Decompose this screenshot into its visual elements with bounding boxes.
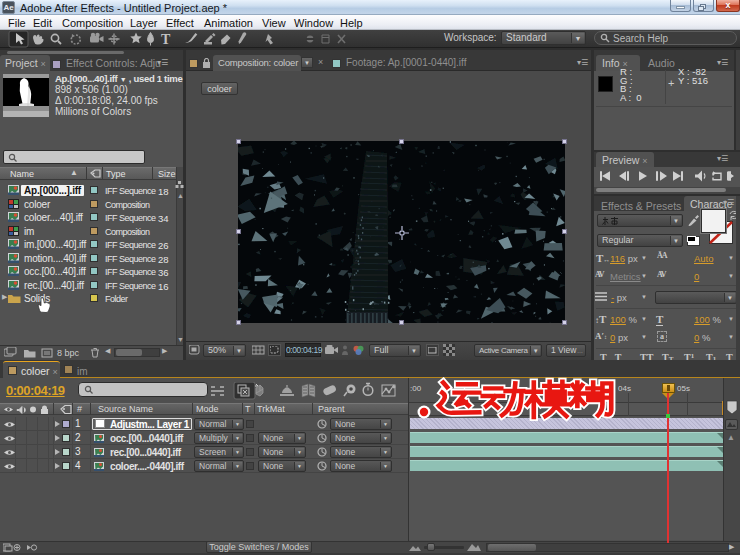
svg-text:T: T (161, 32, 171, 47)
